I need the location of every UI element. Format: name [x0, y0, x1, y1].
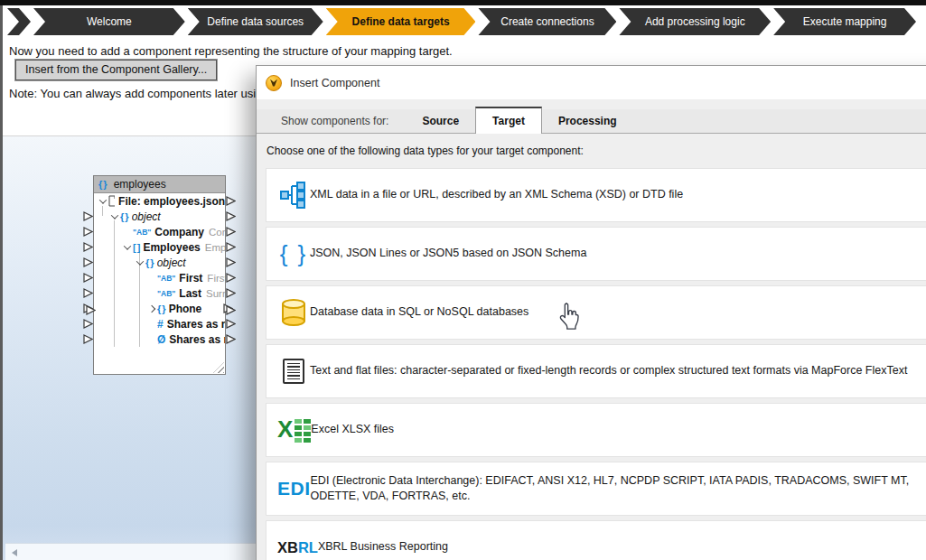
input-connector[interactable] [83, 273, 93, 283]
tree-row-company[interactable]: "AB" CompanyCompany name [94, 224, 225, 239]
tree-row-object[interactable]: { } object [94, 209, 225, 224]
tree-node-label: File: employees.json [118, 195, 225, 208]
output-connector[interactable] [226, 227, 236, 237]
tree-node-annotation: First name [207, 273, 225, 284]
braces-icon: { } [120, 211, 128, 222]
wizard-step-welcome[interactable]: Welcome [33, 8, 185, 35]
tree-row-employees[interactable]: [ ] EmployeesEmployees [94, 239, 225, 255]
tree-row-file[interactable]: File: employees.jsonFile/String [94, 193, 225, 209]
wizard-step-label: Execute mapping [803, 15, 887, 28]
list-item-database[interactable]: Database data in SQL or NoSQL databases [266, 285, 926, 340]
list-item-json[interactable]: { } JSON, JSON Lines or JSON5 based on J… [266, 227, 926, 281]
dialog-title: Insert Component [290, 77, 379, 89]
dialog-prompt: Choose one of the following data types f… [267, 145, 584, 157]
wizard-step-label: Define data sources [207, 15, 304, 28]
instruction-text: Now you need to add a component represen… [9, 44, 453, 58]
input-connector[interactable] [83, 242, 93, 252]
tab-processing[interactable]: Processing [542, 109, 633, 133]
window-top-strip [0, 0, 926, 5]
wizard-step-create-connections[interactable]: Create connections [478, 8, 616, 35]
string-type-icon: "AB" [157, 274, 175, 283]
braces-icon: { } [145, 257, 154, 268]
input-connector[interactable] [83, 211, 93, 221]
output-connector[interactable] [226, 196, 236, 206]
tree-node-annotation: Employees [205, 242, 225, 253]
input-connector[interactable] [83, 288, 93, 298]
list-item-xbrl[interactable]: XBRL XBRL Business Reporting [266, 520, 926, 560]
dialog-tabbar: Show components for: Source Target Proce… [257, 109, 926, 134]
tree-node-label: Employees [143, 241, 200, 254]
wizard-leading-chevron [7, 8, 31, 35]
file-icon [108, 195, 115, 207]
list-item-xml[interactable]: XML data in a file or URL, described by … [266, 168, 926, 222]
output-connector[interactable] [226, 257, 236, 267]
show-components-for-label: Show components for: [266, 109, 404, 133]
chevron-right-icon[interactable] [145, 306, 157, 312]
tree-row-first[interactable]: "AB" FirstFirst name [94, 270, 225, 285]
number-type-icon: # [157, 318, 164, 331]
mapforce-window: Welcome Define data sources Define data … [0, 0, 926, 560]
dialog-titlebar[interactable]: Insert Component [257, 66, 926, 99]
xbrl-icon: XBRL [277, 539, 318, 556]
list-item-excel[interactable]: X Excel XLSX files [266, 403, 926, 457]
list-item-label: JSON, JSON Lines or JSON5 based on JSON … [310, 246, 610, 262]
scroll-left-icon[interactable] [12, 549, 17, 556]
wizard-step-define-data-targets[interactable]: Define data targets [326, 8, 476, 35]
list-item-label: XBRL Business Reporting [318, 539, 472, 555]
hand-cursor-icon [557, 302, 582, 338]
tab-source[interactable]: Source [406, 109, 475, 133]
tree-node-label: Company [154, 226, 204, 238]
note-text: Note: You can always add components late… [9, 87, 276, 100]
data-type-list: XML data in a file or URL, described by … [266, 168, 926, 560]
json-icon: { } [277, 240, 310, 268]
tree-node-label: Shares as number [167, 318, 225, 331]
tree-node-label: Phone [169, 303, 202, 315]
tree-row-object[interactable]: { } object [94, 255, 225, 270]
database-icon [277, 299, 310, 326]
tree-node-annotation: Surname [206, 288, 225, 299]
chevron-down-icon[interactable] [108, 214, 120, 219]
list-item-edi[interactable]: EDI EDI (Electronic Data Interchange): E… [266, 462, 926, 516]
input-connector[interactable] [83, 319, 93, 329]
output-connector[interactable] [226, 319, 236, 329]
wizard-breadcrumb: Welcome Define data sources Define data … [7, 8, 919, 35]
output-connector[interactable] [226, 242, 236, 252]
chevron-down-icon[interactable] [97, 199, 108, 204]
edi-icon: EDI [277, 478, 311, 499]
chevron-down-icon[interactable] [134, 260, 145, 266]
wizard-step-execute-mapping[interactable]: Execute mapping [773, 8, 916, 35]
wizard-step-add-processing-logic[interactable]: Add processing logic [619, 8, 771, 35]
output-connector-multi[interactable] [223, 303, 236, 315]
mapforce-icon [266, 75, 282, 91]
input-connector[interactable] [83, 334, 93, 344]
input-connector[interactable] [83, 227, 93, 237]
list-item-label: Text and flat files: character-separated… [310, 363, 926, 379]
tree-row-last[interactable]: "AB" LastSurname [94, 285, 225, 301]
list-item-flat-file[interactable]: Text and flat files: character-separated… [266, 344, 926, 398]
list-item-label: Database data in SQL or NoSQL databases [310, 304, 552, 321]
component-resize-handle[interactable] [213, 362, 224, 373]
wizard-step-define-data-sources[interactable]: Define data sources [188, 8, 323, 35]
wizard-step-label: Create connections [500, 15, 594, 28]
tree-row-shares-as-number[interactable]: # Shares as numberShares - [94, 316, 225, 331]
chevron-down-icon[interactable] [121, 245, 133, 250]
wizard-step-label: Define data targets [352, 15, 450, 28]
tree-row-phone[interactable]: { } Phone [94, 301, 225, 316]
component-header[interactable]: { } employees [94, 176, 225, 193]
string-type-icon: "AB" [133, 228, 151, 237]
list-item-label: EDI (Electronic Data Interchange): EDIFA… [311, 473, 926, 505]
output-connector[interactable] [226, 273, 236, 283]
string-type-icon: "AB" [157, 289, 175, 298]
input-connector[interactable] [83, 257, 93, 267]
output-connector[interactable] [226, 211, 236, 221]
employees-component[interactable]: { } employees File: employees.jsonFile/S… [93, 175, 226, 375]
list-item-label: XML data in a file or URL, described by … [310, 187, 706, 203]
component-tree: File: employees.jsonFile/String { } obje… [94, 193, 225, 347]
tab-target[interactable]: Target [475, 107, 542, 134]
null-type-icon: Ø [157, 333, 165, 346]
output-connector[interactable] [226, 334, 236, 344]
output-connector[interactable] [226, 288, 236, 298]
tree-row-shares-as-null[interactable]: Ø Shares as nullShares - The [94, 331, 225, 347]
input-connector-multi[interactable] [83, 303, 96, 315]
component-gallery-button[interactable]: Insert from the Component Gallery... [15, 60, 217, 80]
